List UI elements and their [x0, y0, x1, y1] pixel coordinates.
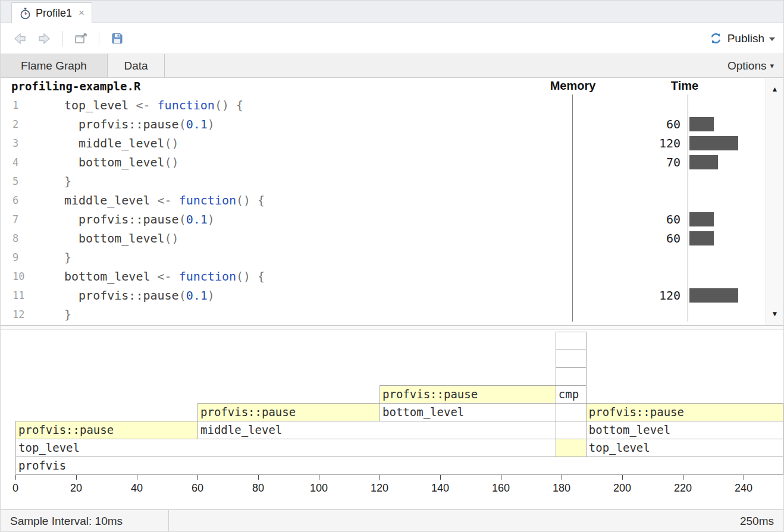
code-line[interactable]: 1top_level <- function() { — [1, 96, 766, 115]
flame-block-middle-level[interactable]: middle_level — [197, 421, 556, 439]
axis-tick-label: 200 — [613, 482, 631, 495]
flame-block-profvis-pause[interactable]: profvis::pause — [15, 421, 198, 439]
flame-block-label: top_level — [16, 439, 556, 457]
panel-splitter[interactable] — [1, 325, 783, 330]
publish-button[interactable]: Publish — [709, 23, 775, 53]
publish-sync-icon — [709, 32, 723, 45]
line-number: 12 — [12, 305, 24, 324]
time-value: 120 — [613, 134, 680, 153]
tab-title: Profile1 — [36, 7, 72, 20]
code-text: profvis::pause(0.1) — [64, 115, 215, 134]
time-value: 120 — [613, 286, 680, 305]
code-text: middle_level <- function() { — [64, 191, 265, 210]
axis-tick-label: 20 — [70, 482, 82, 495]
tab-data[interactable]: Data — [108, 54, 165, 77]
axis-tick-label: 80 — [252, 482, 264, 495]
time-value: 60 — [613, 115, 680, 134]
code-line[interactable]: 4 bottom_level()70 — [1, 153, 766, 172]
code-panel: profiling-example.R Memory Time 1top_lev… — [1, 78, 783, 325]
line-number: 9 — [12, 248, 18, 267]
code-line[interactable]: 5} — [1, 172, 766, 191]
status-bar: Sample Interval: 10ms 250ms — [1, 509, 783, 532]
line-number: 4 — [12, 153, 18, 172]
line-number: 5 — [12, 172, 18, 191]
code-line[interactable]: 11 profvis::pause(0.1)120 — [1, 286, 766, 305]
flame-block-label: middle_level — [198, 421, 556, 439]
flame-block-bottom-level[interactable]: bottom_level — [380, 403, 556, 421]
total-time-label: 250ms — [740, 510, 783, 532]
code-text: bottom_level() — [64, 153, 179, 172]
code-text: } — [64, 305, 71, 324]
toolbar-separator — [99, 31, 99, 46]
code-lines: 1top_level <- function() {2 profvis::pau… — [1, 96, 766, 324]
flame-block-bottom-level[interactable]: bottom_level — [586, 421, 783, 439]
view-tabbar: Flame Graph Data Options ▾ — [1, 54, 783, 78]
flame-block[interactable] — [556, 421, 587, 439]
options-label: Options — [727, 59, 766, 73]
axis-tick-label: 140 — [431, 482, 449, 495]
flame-block-profvis[interactable]: profvis — [15, 457, 783, 475]
code-text: profvis::pause(0.1) — [64, 210, 215, 229]
time-bar — [689, 155, 718, 169]
flame-block-top-level[interactable]: top_level — [15, 439, 556, 457]
flame-block-cmp[interactable]: cmp — [556, 385, 587, 404]
flame-block[interactable] — [556, 350, 587, 368]
options-button[interactable]: Options ▾ — [727, 54, 774, 77]
code-text: bottom_level() — [64, 229, 179, 248]
code-line[interactable]: 3 middle_level()120 — [1, 134, 766, 153]
forward-arrow-icon[interactable] — [35, 29, 54, 48]
code-text: top_level <- function() { — [64, 96, 243, 115]
flame-block[interactable] — [556, 332, 587, 350]
back-arrow-icon[interactable] — [10, 29, 29, 48]
toolbar-separator — [62, 31, 63, 46]
axis-tick-label: 120 — [371, 482, 388, 495]
flame-block-label: profvis::pause — [198, 404, 380, 421]
code-line[interactable]: 7 profvis::pause(0.1)60 — [1, 210, 766, 229]
chevron-down-icon: ▾ — [770, 61, 774, 70]
tab-flame-graph[interactable]: Flame Graph — [1, 54, 108, 77]
axis-tick — [562, 475, 562, 480]
flame-block-label: profvis::pause — [587, 404, 783, 421]
code-text: profvis::pause(0.1) — [64, 286, 215, 305]
flame-block-profvis-pause[interactable]: profvis::pause — [380, 385, 556, 404]
flame-block[interactable] — [556, 367, 587, 386]
axis-tick — [76, 475, 77, 480]
flame-block-top-level[interactable]: top_level — [586, 439, 783, 457]
toolbar-left-group — [10, 23, 127, 53]
code-line[interactable]: 6middle_level <- function() { — [1, 191, 766, 210]
code-line[interactable]: 9} — [1, 248, 766, 267]
scroll-down-arrow-icon[interactable]: ▼ — [766, 305, 783, 323]
axis-tick — [380, 475, 380, 480]
tab-profile1[interactable]: Profile1 × — [11, 2, 92, 23]
stopwatch-icon — [19, 7, 32, 20]
scroll-up-arrow-icon[interactable]: ▲ — [766, 80, 783, 98]
show-in-new-window-icon[interactable] — [71, 29, 90, 48]
code-text: bottom_level <- function() { — [64, 267, 265, 286]
axis-tick-label: 60 — [192, 482, 203, 495]
code-line[interactable]: 2 profvis::pause(0.1)60 — [1, 115, 766, 134]
close-icon[interactable]: × — [79, 7, 84, 19]
flame-block-profvis-pause[interactable]: profvis::pause — [586, 403, 783, 421]
flame-block[interactable] — [556, 403, 587, 421]
flame-block[interactable] — [556, 439, 587, 457]
axis-tick — [319, 475, 319, 480]
line-number: 10 — [12, 267, 24, 286]
vertical-scrollbar[interactable]: ▲ ▼ — [766, 78, 783, 325]
code-line[interactable]: 8 bottom_level()60 — [1, 229, 766, 248]
code-line[interactable]: 12} — [1, 305, 766, 324]
axis-tick — [258, 475, 259, 480]
line-number: 8 — [12, 229, 18, 248]
code-line[interactable]: 10bottom_level <- function() { — [1, 267, 766, 286]
line-number: 3 — [12, 134, 18, 153]
flame-block-profvis-pause[interactable]: profvis::pause — [197, 403, 380, 421]
axis-tick-label: 40 — [131, 482, 143, 495]
line-number: 7 — [12, 210, 18, 229]
line-number: 1 — [12, 96, 18, 115]
flame-block-label: cmp — [556, 386, 586, 403]
profvis-window: Profile1 × — [0, 0, 784, 532]
axis-tick — [15, 475, 16, 480]
time-value: 60 — [613, 229, 680, 248]
flame-graph-panel: profvis::pausecmpprofvis::pausebottom_le… — [1, 330, 783, 509]
save-icon[interactable] — [108, 29, 127, 48]
flame-block-label: bottom_level — [587, 421, 783, 439]
